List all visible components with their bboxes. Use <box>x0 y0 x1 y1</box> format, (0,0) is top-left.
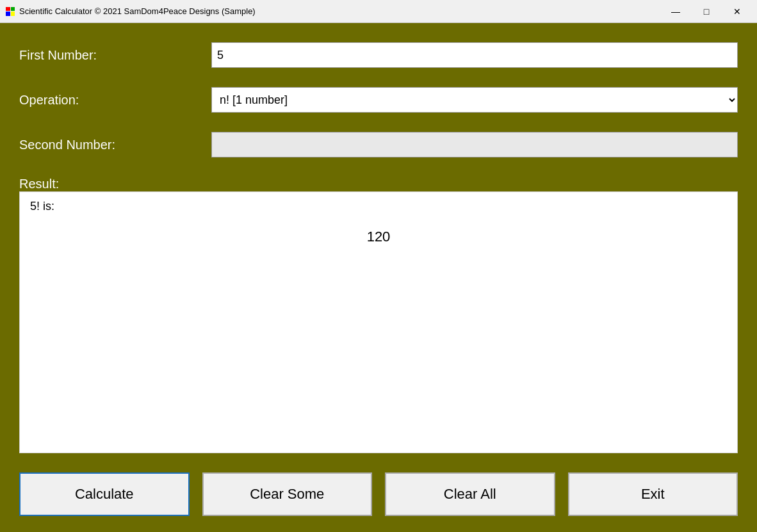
buttons-row: Calculate Clear Some Clear All Exit <box>19 466 738 519</box>
result-title: 5! is: <box>30 200 727 213</box>
maximize-button[interactable]: □ <box>692 3 721 20</box>
titlebar-controls: — □ ✕ <box>661 3 752 20</box>
titlebar-left: Scientific Calculator © 2021 SamDom4Peac… <box>5 6 256 17</box>
operation-row: Operation: n! [1 number] + [2 numbers] -… <box>19 87 738 113</box>
second-number-input[interactable] <box>211 132 738 157</box>
first-number-row: First Number: <box>19 42 738 68</box>
titlebar: Scientific Calculator © 2021 SamDom4Peac… <box>0 0 757 23</box>
result-box: 5! is: 120 <box>19 191 738 453</box>
app-icon <box>5 6 15 17</box>
main-content: First Number: Operation: n! [1 number] +… <box>0 23 757 532</box>
first-number-input[interactable] <box>211 42 738 68</box>
result-value: 120 <box>30 229 727 245</box>
second-number-row: Second Number: <box>19 132 738 157</box>
clear-some-button[interactable]: Clear Some <box>202 472 373 516</box>
close-button[interactable]: ✕ <box>722 3 752 20</box>
clear-all-button[interactable]: Clear All <box>385 472 555 516</box>
result-label-row: Result: <box>19 177 738 191</box>
result-label: Result: <box>19 177 59 191</box>
first-number-label: First Number: <box>19 48 211 63</box>
operation-select[interactable]: n! [1 number] + [2 numbers] - [2 numbers… <box>211 87 738 113</box>
titlebar-title: Scientific Calculator © 2021 SamDom4Peac… <box>19 6 256 16</box>
calculate-button[interactable]: Calculate <box>19 472 190 516</box>
minimize-button[interactable]: — <box>661 3 690 20</box>
exit-button[interactable]: Exit <box>568 472 738 516</box>
second-number-label: Second Number: <box>19 138 211 152</box>
operation-label: Operation: <box>19 93 211 108</box>
